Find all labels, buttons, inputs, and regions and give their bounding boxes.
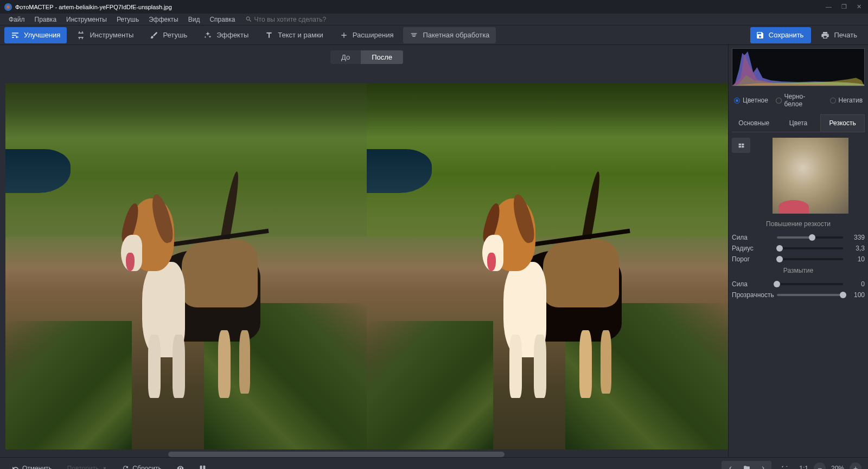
sharpen-radius-label: Радиус: [732, 245, 773, 252]
chevron-down-icon: ▼: [102, 466, 107, 470]
save-button[interactable]: Сохранить: [750, 27, 812, 43]
plus-icon: [340, 31, 348, 40]
toolbar: Улучшения Инструменты Ретушь Эффекты Тек…: [0, 25, 868, 45]
after-image: [367, 83, 728, 449]
redo-button[interactable]: Повторить ▼: [62, 461, 113, 470]
canvas-panel: До После: [5, 45, 728, 457]
zoom-value: 20%: [831, 465, 844, 470]
menu-effects[interactable]: Эффекты: [144, 15, 183, 24]
preview-icon: [738, 142, 745, 149]
eye-icon: [177, 465, 184, 469]
sharpen-radius-slider[interactable]: [777, 247, 843, 249]
menu-tools[interactable]: Инструменты: [62, 15, 111, 24]
fit-icon: [781, 465, 788, 469]
panel-tabs: Основные Цвета Резкость: [732, 114, 865, 132]
app-logo-icon: [4, 3, 12, 11]
sharpen-threshold-value: 10: [847, 255, 865, 263]
radio-bw[interactable]: Черно-белое: [776, 93, 822, 108]
compare-icon: [199, 465, 206, 469]
chevron-right-icon: [760, 465, 767, 469]
canvas-scroll-area: [5, 449, 728, 457]
sharpness-preview[interactable]: [773, 138, 848, 214]
tab-text[interactable]: Текст и рамки: [258, 27, 330, 43]
sparkle-icon: [203, 31, 212, 40]
maximize-button[interactable]: ❐: [841, 3, 847, 10]
left-sidebar-tabs[interactable]: [0, 45, 5, 457]
before-image: [5, 83, 367, 449]
sharpen-radius-value: 3,3: [847, 245, 865, 252]
preview-mode-button[interactable]: [732, 138, 750, 153]
compare-view-button[interactable]: [194, 461, 212, 469]
image-area[interactable]: [5, 83, 728, 449]
save-icon: [756, 31, 764, 40]
blur-strength-slider[interactable]: [777, 283, 843, 285]
before-tab[interactable]: До: [330, 50, 361, 64]
zoom-in-button[interactable]: +: [850, 462, 861, 470]
tab-retouch[interactable]: Ретушь: [143, 27, 194, 43]
menu-file[interactable]: Файл: [4, 15, 29, 24]
chevron-left-icon: [727, 465, 734, 469]
panel-tab-colors[interactable]: Цвета: [776, 114, 821, 132]
tab-enhance[interactable]: Улучшения: [4, 27, 67, 43]
search-icon: [245, 16, 252, 23]
stack-icon: [410, 31, 418, 40]
undo-icon: [12, 465, 19, 469]
after-tab[interactable]: После: [361, 50, 403, 64]
print-icon: [821, 31, 829, 40]
zoom-out-button[interactable]: −: [814, 462, 826, 470]
radio-negative[interactable]: Негатив: [830, 97, 863, 104]
tab-batch[interactable]: Пакетная обработка: [403, 27, 496, 43]
sharpen-strength-label: Сила: [732, 234, 773, 241]
folder-icon: [743, 465, 750, 469]
histogram[interactable]: [732, 48, 865, 86]
right-panel: Цветное Черно-белое Негатив Основные Цве…: [728, 45, 868, 457]
titlebar: ФотоМАСТЕР - artem-beliaikin-yeFPQ7IdDfE…: [0, 0, 868, 14]
blur-opacity-value: 100: [847, 291, 865, 299]
minimize-button[interactable]: —: [826, 3, 832, 10]
reset-icon: [122, 465, 129, 469]
blur-strength-label: Сила: [732, 280, 773, 288]
panel-tab-sharpness[interactable]: Резкость: [820, 114, 865, 132]
sharpen-strength-slider[interactable]: [777, 236, 843, 239]
sharpen-threshold-label: Порог: [732, 255, 773, 263]
menu-edit[interactable]: Правка: [30, 15, 61, 24]
folder-button[interactable]: [739, 462, 754, 470]
blur-strength-value: 0: [847, 280, 865, 288]
app-title: ФотоМАСТЕР - artem-beliaikin-yeFPQ7IdDfE…: [15, 4, 172, 10]
reset-button[interactable]: Сбросить: [117, 461, 167, 470]
sliders-icon: [11, 31, 20, 40]
view-button[interactable]: [171, 461, 189, 469]
bottombar: Отменить Повторить ▼ Сбросить 1:1 − 20% …: [0, 457, 868, 469]
menubar: Файл Правка Инструменты Ретушь Эффекты В…: [0, 14, 868, 25]
menu-help[interactable]: Справка: [205, 15, 239, 24]
menu-view[interactable]: Вид: [184, 15, 205, 24]
sharpen-strength-value: 339: [847, 234, 865, 241]
crop-icon: [76, 31, 85, 40]
text-icon: [265, 31, 273, 40]
sharpening-title: Повышение резкости: [732, 218, 865, 232]
panel-tab-basic[interactable]: Основные: [732, 114, 776, 132]
tab-tools[interactable]: Инструменты: [70, 27, 140, 43]
search-input[interactable]: [254, 16, 363, 23]
print-button[interactable]: Печать: [814, 27, 864, 43]
color-mode-group: Цветное Черно-белое Негатив: [732, 89, 865, 111]
blur-title: Размытие: [732, 265, 865, 279]
horizontal-scrollbar[interactable]: [168, 452, 505, 457]
blur-opacity-slider[interactable]: [777, 294, 843, 296]
sharpen-threshold-slider[interactable]: [777, 258, 843, 260]
prev-image-button[interactable]: [723, 462, 738, 470]
brush-icon: [150, 31, 158, 40]
close-button[interactable]: ✕: [857, 3, 861, 10]
zoom-ratio[interactable]: 1:1: [799, 465, 808, 470]
tab-extensions[interactable]: Расширения: [333, 27, 400, 43]
compare-toggle: До После: [330, 50, 403, 64]
blur-opacity-label: Прозрачность: [732, 291, 773, 299]
radio-color[interactable]: Цветное: [734, 97, 768, 104]
menu-retouch[interactable]: Ретушь: [112, 15, 143, 24]
tab-effects[interactable]: Эффекты: [197, 27, 255, 43]
undo-button[interactable]: Отменить: [7, 461, 58, 470]
next-image-button[interactable]: [755, 462, 770, 470]
fit-screen-button[interactable]: [776, 461, 794, 469]
